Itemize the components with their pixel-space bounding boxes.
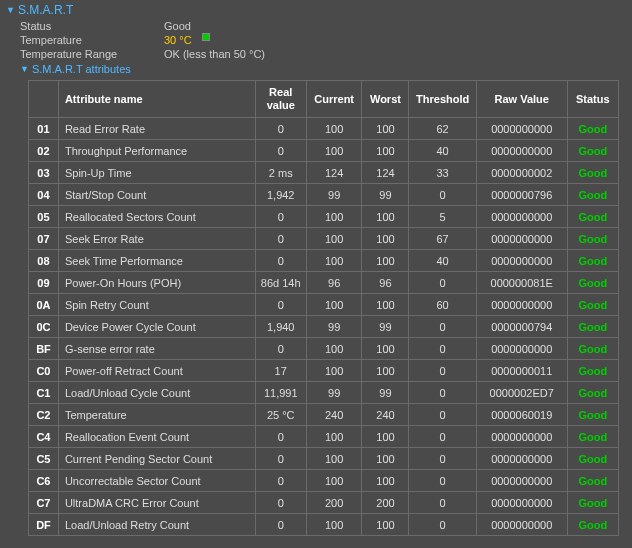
cell-threshold: 67 <box>409 228 476 250</box>
table-row[interactable]: C6Uncorrectable Sector Count010010000000… <box>29 470 619 492</box>
table-row[interactable]: 01Read Error Rate0100100620000000000Good <box>29 118 619 140</box>
cell-current: 99 <box>306 316 362 338</box>
cell-real: 25 °C <box>255 404 306 426</box>
temperature-indicator-icon <box>202 33 210 41</box>
cell-worst: 100 <box>362 470 409 492</box>
cell-status: Good <box>567 404 618 426</box>
table-row[interactable]: C4Reallocation Event Count01001000000000… <box>29 426 619 448</box>
header-worst: Worst <box>362 81 409 118</box>
cell-threshold: 0 <box>409 360 476 382</box>
table-row[interactable]: C5Current Pending Sector Count0100100000… <box>29 448 619 470</box>
smart-section-header[interactable]: ▼ S.M.A.R.T <box>6 3 626 17</box>
cell-real: 11,991 <box>255 382 306 404</box>
cell-id: DF <box>29 514 59 536</box>
cell-name: Seek Time Performance <box>58 250 255 272</box>
cell-name: Load/Unload Retry Count <box>58 514 255 536</box>
cell-real: 1,942 <box>255 184 306 206</box>
cell-id: 07 <box>29 228 59 250</box>
cell-real: 2 ms <box>255 162 306 184</box>
cell-id: 0A <box>29 294 59 316</box>
table-row[interactable]: 0CDevice Power Cycle Count1,940999900000… <box>29 316 619 338</box>
cell-id: C6 <box>29 470 59 492</box>
table-row[interactable]: C7UltraDMA CRC Error Count02002000000000… <box>29 492 619 514</box>
header-id <box>29 81 59 118</box>
header-current: Current <box>306 81 362 118</box>
temperature-label: Temperature <box>20 33 160 47</box>
cell-current: 100 <box>306 448 362 470</box>
cell-raw: 0000000000 <box>476 514 567 536</box>
table-row[interactable]: C1Load/Unload Cycle Count11,991999900000… <box>29 382 619 404</box>
cell-name: UltraDMA CRC Error Count <box>58 492 255 514</box>
table-row[interactable]: 0ASpin Retry Count0100100600000000000Goo… <box>29 294 619 316</box>
cell-status: Good <box>567 316 618 338</box>
cell-status: Good <box>567 294 618 316</box>
cell-threshold: 0 <box>409 470 476 492</box>
smart-attributes-table: Attribute name Real value Current Worst … <box>28 80 619 536</box>
cell-raw: 0000000000 <box>476 118 567 140</box>
cell-name: Seek Error Rate <box>58 228 255 250</box>
cell-id: C1 <box>29 382 59 404</box>
cell-name: Device Power Cycle Count <box>58 316 255 338</box>
cell-current: 100 <box>306 206 362 228</box>
table-row[interactable]: C0Power-off Retract Count171001000000000… <box>29 360 619 382</box>
cell-status: Good <box>567 426 618 448</box>
cell-raw: 0000000796 <box>476 184 567 206</box>
table-row[interactable]: 04Start/Stop Count1,942999900000000796Go… <box>29 184 619 206</box>
cell-worst: 96 <box>362 272 409 294</box>
table-row[interactable]: DFLoad/Unload Retry Count010010000000000… <box>29 514 619 536</box>
cell-real: 0 <box>255 492 306 514</box>
cell-name: Temperature <box>58 404 255 426</box>
cell-status: Good <box>567 338 618 360</box>
cell-id: C2 <box>29 404 59 426</box>
cell-current: 99 <box>306 382 362 404</box>
header-real: Real value <box>255 81 306 118</box>
smart-attributes-header[interactable]: ▼ S.M.A.R.T attributes <box>20 63 626 75</box>
cell-status: Good <box>567 206 618 228</box>
cell-threshold: 40 <box>409 250 476 272</box>
cell-name: G-sense error rate <box>58 338 255 360</box>
cell-id: 05 <box>29 206 59 228</box>
cell-worst: 100 <box>362 294 409 316</box>
table-row[interactable]: 05Reallocated Sectors Count0100100500000… <box>29 206 619 228</box>
cell-real: 0 <box>255 140 306 162</box>
cell-name: Throughput Performance <box>58 140 255 162</box>
cell-name: Current Pending Sector Count <box>58 448 255 470</box>
cell-name: Uncorrectable Sector Count <box>58 470 255 492</box>
table-row[interactable]: BFG-sense error rate010010000000000000Go… <box>29 338 619 360</box>
cell-worst: 100 <box>362 360 409 382</box>
cell-status: Good <box>567 184 618 206</box>
cell-threshold: 0 <box>409 316 476 338</box>
table-row[interactable]: 07Seek Error Rate0100100670000000000Good <box>29 228 619 250</box>
cell-worst: 100 <box>362 338 409 360</box>
table-row[interactable]: 08Seek Time Performance01001004000000000… <box>29 250 619 272</box>
cell-real: 0 <box>255 228 306 250</box>
range-row: Temperature Range OK (less than 50 °C) <box>20 47 626 61</box>
cell-worst: 100 <box>362 426 409 448</box>
cell-raw: 0000000000 <box>476 228 567 250</box>
cell-name: Spin-Up Time <box>58 162 255 184</box>
cell-raw: 0000000000 <box>476 250 567 272</box>
cell-real: 0 <box>255 294 306 316</box>
cell-status: Good <box>567 228 618 250</box>
table-row[interactable]: C2Temperature25 °C24024000000060019Good <box>29 404 619 426</box>
cell-id: 04 <box>29 184 59 206</box>
cell-worst: 99 <box>362 382 409 404</box>
cell-worst: 100 <box>362 140 409 162</box>
cell-raw: 0000000002 <box>476 162 567 184</box>
cell-real: 1,940 <box>255 316 306 338</box>
cell-real: 0 <box>255 206 306 228</box>
cell-real: 0 <box>255 118 306 140</box>
cell-threshold: 0 <box>409 338 476 360</box>
cell-threshold: 0 <box>409 404 476 426</box>
cell-raw: 0000002ED7 <box>476 382 567 404</box>
table-row[interactable]: 09Power-On Hours (POH)86d 14h96960000000… <box>29 272 619 294</box>
cell-current: 100 <box>306 338 362 360</box>
cell-status: Good <box>567 470 618 492</box>
cell-id: C7 <box>29 492 59 514</box>
cell-threshold: 33 <box>409 162 476 184</box>
cell-raw: 000000081E <box>476 272 567 294</box>
table-row[interactable]: 03Spin-Up Time2 ms124124330000000002Good <box>29 162 619 184</box>
cell-real: 17 <box>255 360 306 382</box>
table-row[interactable]: 02Throughput Performance0100100400000000… <box>29 140 619 162</box>
cell-status: Good <box>567 360 618 382</box>
